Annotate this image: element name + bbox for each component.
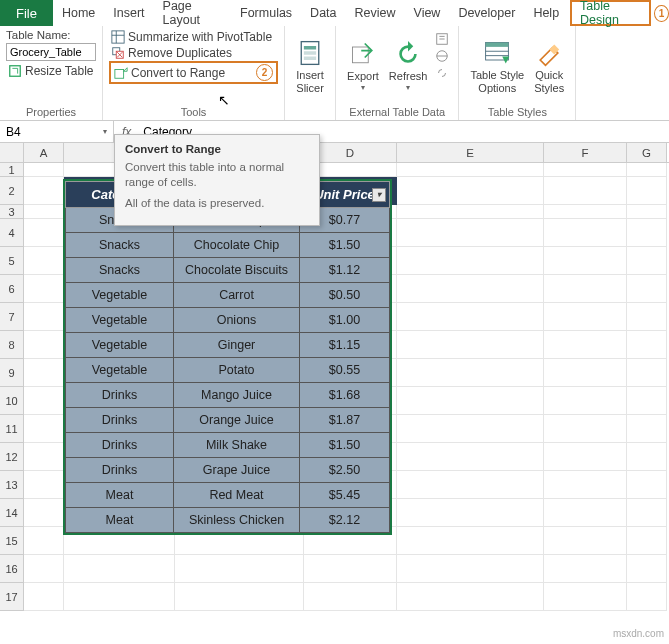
table-row[interactable]: DrinksMango Juice$1.68 <box>66 383 390 408</box>
row-header-12[interactable]: 12 <box>0 443 24 471</box>
group-label-styles: Table Styles <box>465 104 569 118</box>
ribbon-tabs: File Home Insert Page Layout Formulas Da… <box>0 0 669 26</box>
row-header-9[interactable]: 9 <box>0 359 24 387</box>
select-all[interactable] <box>0 143 24 162</box>
table-row[interactable]: VegetableCarrot$0.50 <box>66 283 390 308</box>
table-cell[interactable]: $1.00 <box>300 308 390 333</box>
col-header-e[interactable]: E <box>397 143 544 162</box>
summarize-pivot-button[interactable]: Summarize with PivotTable <box>109 29 278 45</box>
row-header-2[interactable]: 2 <box>0 177 24 205</box>
convert-to-range-button[interactable]: Convert to Range 2 <box>109 61 278 84</box>
tab-help[interactable]: Help <box>524 0 568 26</box>
table-cell[interactable]: $1.15 <box>300 333 390 358</box>
row-header-11[interactable]: 11 <box>0 415 24 443</box>
table-cell[interactable]: Onions <box>174 308 300 333</box>
filter-button[interactable]: ▾ <box>372 188 386 202</box>
row-header-6[interactable]: 6 <box>0 275 24 303</box>
row-header-15[interactable]: 15 <box>0 527 24 555</box>
table-cell[interactable]: Red Meat <box>174 483 300 508</box>
table-cell[interactable]: Meat <box>66 483 174 508</box>
tab-table-design[interactable]: Table Design <box>570 0 651 26</box>
unlink-icon[interactable] <box>435 66 449 80</box>
tab-page-layout[interactable]: Page Layout <box>154 0 231 26</box>
row-header-14[interactable]: 14 <box>0 499 24 527</box>
col-header-f[interactable]: F <box>544 143 627 162</box>
tab-insert[interactable]: Insert <box>104 0 153 26</box>
svg-rect-0 <box>10 66 21 77</box>
table-cell[interactable]: Meat <box>66 508 174 533</box>
table-cell[interactable]: $1.87 <box>300 408 390 433</box>
insert-slicer-button[interactable]: Insert Slicer <box>291 29 329 104</box>
file-tab[interactable]: File <box>0 0 53 26</box>
table-cell[interactable]: Snacks <box>66 258 174 283</box>
table-row[interactable]: SnacksChocolate Biscuits$1.12 <box>66 258 390 283</box>
remove-duplicates-button[interactable]: Remove Duplicates <box>109 45 278 61</box>
table-cell[interactable]: $1.50 <box>300 433 390 458</box>
table-cell[interactable]: $0.55 <box>300 358 390 383</box>
table-cell[interactable]: Vegetable <box>66 358 174 383</box>
table-cell[interactable]: Vegetable <box>66 283 174 308</box>
properties-icon[interactable] <box>435 32 449 46</box>
table-cell[interactable]: Grape Juice <box>174 458 300 483</box>
table-cell[interactable]: Mango Juice <box>174 383 300 408</box>
table-row[interactable]: MeatRed Meat$5.45 <box>66 483 390 508</box>
table-cell[interactable]: Chocolate Chip <box>174 233 300 258</box>
refresh-button[interactable]: Refresh ▾ <box>384 29 433 104</box>
resize-table-button[interactable]: Resize Table <box>6 63 96 79</box>
table-cell[interactable]: Drinks <box>66 458 174 483</box>
table-row[interactable]: VegetableOnions$1.00 <box>66 308 390 333</box>
table-row[interactable]: MeatSkinless Chicken$2.12 <box>66 508 390 533</box>
browser-icon[interactable] <box>435 49 449 63</box>
tab-review[interactable]: Review <box>346 0 405 26</box>
table-cell[interactable]: $5.45 <box>300 483 390 508</box>
table-cell[interactable]: Drinks <box>66 433 174 458</box>
table-cell[interactable]: Vegetable <box>66 308 174 333</box>
table-cell[interactable]: Snacks <box>66 233 174 258</box>
table-style-options-button[interactable]: Table Style Options <box>465 29 529 104</box>
table-cell[interactable]: Drinks <box>66 383 174 408</box>
table-cell[interactable]: $2.12 <box>300 508 390 533</box>
table-row[interactable]: DrinksOrange Juice$1.87 <box>66 408 390 433</box>
table-row[interactable]: SnacksChocolate Chip$1.50 <box>66 233 390 258</box>
tab-developer[interactable]: Developer <box>449 0 524 26</box>
table-row[interactable]: VegetablePotato$0.55 <box>66 358 390 383</box>
row-header-13[interactable]: 13 <box>0 471 24 499</box>
table-cell[interactable]: Carrot <box>174 283 300 308</box>
tab-home[interactable]: Home <box>53 0 104 26</box>
row-header-10[interactable]: 10 <box>0 387 24 415</box>
tab-formulas[interactable]: Formulas <box>231 0 301 26</box>
row-header-1[interactable]: 1 <box>0 163 24 177</box>
name-box[interactable]: B4 ▾ <box>0 121 114 142</box>
table-cell[interactable]: Milk Shake <box>174 433 300 458</box>
table-cell[interactable]: Orange Juice <box>174 408 300 433</box>
table-cell[interactable]: Potato <box>174 358 300 383</box>
table-cell[interactable]: $1.68 <box>300 383 390 408</box>
table-row[interactable]: DrinksMilk Shake$1.50 <box>66 433 390 458</box>
export-button[interactable]: Export ▾ <box>342 29 384 104</box>
row-header-17[interactable]: 17 <box>0 583 24 611</box>
convert-range-icon <box>114 66 128 80</box>
table-cell[interactable]: $1.50 <box>300 233 390 258</box>
row-header-4[interactable]: 4 <box>0 219 24 247</box>
table-row[interactable]: VegetableGinger$1.15 <box>66 333 390 358</box>
table-name-input[interactable] <box>6 43 96 61</box>
row-header-5[interactable]: 5 <box>0 247 24 275</box>
table-cell[interactable]: Drinks <box>66 408 174 433</box>
row-header-16[interactable]: 16 <box>0 555 24 583</box>
tab-data[interactable]: Data <box>301 0 345 26</box>
row-header-7[interactable]: 7 <box>0 303 24 331</box>
table-cell[interactable]: $0.50 <box>300 283 390 308</box>
col-header-g[interactable]: G <box>627 143 667 162</box>
table-cell[interactable]: Ginger <box>174 333 300 358</box>
tab-view[interactable]: View <box>405 0 450 26</box>
table-row[interactable]: DrinksGrape Juice$2.50 <box>66 458 390 483</box>
table-cell[interactable]: Chocolate Biscuits <box>174 258 300 283</box>
col-header-a[interactable]: A <box>24 143 64 162</box>
table-cell[interactable]: $1.12 <box>300 258 390 283</box>
table-cell[interactable]: $2.50 <box>300 458 390 483</box>
quick-styles-button[interactable]: Quick Styles <box>529 29 569 104</box>
table-cell[interactable]: Vegetable <box>66 333 174 358</box>
row-header-3[interactable]: 3 <box>0 205 24 219</box>
row-header-8[interactable]: 8 <box>0 331 24 359</box>
table-cell[interactable]: Skinless Chicken <box>174 508 300 533</box>
